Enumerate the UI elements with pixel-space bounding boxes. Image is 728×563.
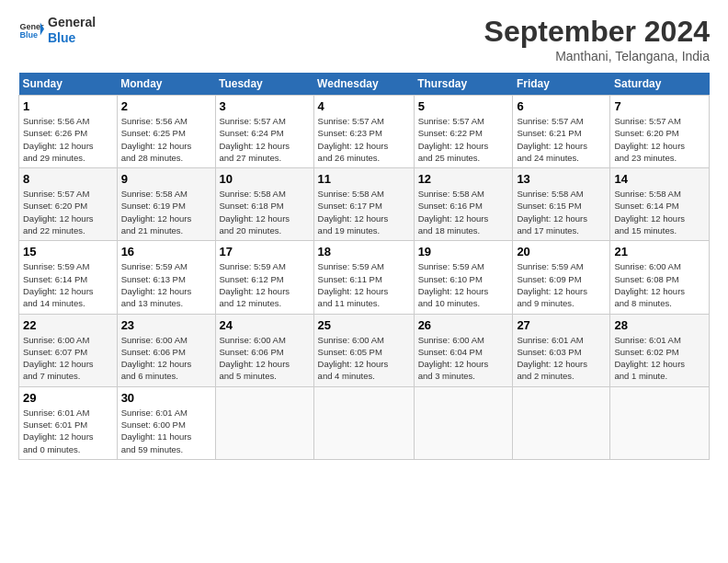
day-number: 8 (23, 172, 113, 186)
logo: General Blue General Blue (18, 15, 96, 46)
day-info: Sunrise: 6:00 AMSunset: 6:06 PMDaylight:… (220, 334, 310, 383)
calendar-day: 23Sunrise: 6:00 AMSunset: 6:06 PMDayligh… (117, 314, 215, 386)
day-info: Sunrise: 5:59 AMSunset: 6:12 PMDaylight:… (220, 260, 310, 309)
day-number: 21 (614, 245, 705, 259)
day-info: Sunrise: 6:01 AMSunset: 6:01 PMDaylight:… (23, 407, 113, 455)
calendar-day: 10Sunrise: 5:58 AMSunset: 6:18 PMDayligh… (215, 168, 313, 241)
day-info: Sunrise: 5:59 AMSunset: 6:09 PMDaylight:… (517, 260, 606, 309)
day-info: Sunrise: 5:58 AMSunset: 6:17 PMDaylight:… (318, 188, 410, 236)
day-info: Sunrise: 5:59 AMSunset: 6:11 PMDaylight:… (318, 260, 410, 309)
location-subtitle: Manthani, Telangana, India (484, 49, 710, 63)
calendar-day: 30Sunrise: 6:01 AMSunset: 6:00 PMDayligh… (117, 386, 215, 459)
day-info: Sunrise: 5:57 AMSunset: 6:23 PMDaylight:… (318, 115, 410, 164)
calendar-day: 13Sunrise: 5:58 AMSunset: 6:15 PMDayligh… (513, 168, 610, 241)
calendar-day: 25Sunrise: 6:00 AMSunset: 6:05 PMDayligh… (313, 314, 414, 386)
calendar-day: 8Sunrise: 5:57 AMSunset: 6:20 PMDaylight… (19, 168, 118, 241)
calendar-week-1: 1Sunrise: 5:56 AMSunset: 6:26 PMDaylight… (19, 96, 710, 168)
calendar-day: 24Sunrise: 6:00 AMSunset: 6:06 PMDayligh… (215, 314, 313, 386)
day-number: 5 (418, 99, 509, 113)
calendar-day: 15Sunrise: 5:59 AMSunset: 6:14 PMDayligh… (19, 241, 118, 314)
day-number: 7 (614, 99, 705, 113)
calendar-day: 11Sunrise: 5:58 AMSunset: 6:17 PMDayligh… (313, 168, 414, 241)
month-title: September 2024 (484, 15, 710, 49)
day-info: Sunrise: 5:56 AMSunset: 6:26 PMDaylight:… (23, 115, 113, 164)
day-number: 1 (23, 99, 113, 113)
day-number: 6 (517, 99, 606, 113)
day-info: Sunrise: 6:00 AMSunset: 6:06 PMDaylight:… (121, 334, 211, 383)
day-number: 23 (121, 318, 211, 332)
title-block: September 2024 Manthani, Telangana, Indi… (484, 15, 710, 63)
header-saturday: Saturday (610, 73, 710, 96)
calendar-day: 17Sunrise: 5:59 AMSunset: 6:12 PMDayligh… (215, 241, 313, 314)
calendar-day: 14Sunrise: 5:58 AMSunset: 6:14 PMDayligh… (610, 168, 710, 241)
logo-line2: Blue (48, 30, 96, 46)
calendar-week-4: 22Sunrise: 6:00 AMSunset: 6:07 PMDayligh… (19, 314, 710, 386)
day-number: 25 (318, 318, 410, 332)
calendar-day (215, 386, 313, 459)
calendar-week-3: 15Sunrise: 5:59 AMSunset: 6:14 PMDayligh… (19, 241, 710, 314)
calendar-week-2: 8Sunrise: 5:57 AMSunset: 6:20 PMDaylight… (19, 168, 710, 241)
day-number: 19 (418, 245, 509, 259)
calendar-day: 9Sunrise: 5:58 AMSunset: 6:19 PMDaylight… (117, 168, 215, 241)
calendar-day (313, 386, 414, 459)
calendar-day: 4Sunrise: 5:57 AMSunset: 6:23 PMDaylight… (313, 96, 414, 168)
calendar-day: 29Sunrise: 6:01 AMSunset: 6:01 PMDayligh… (19, 386, 118, 459)
day-number: 9 (121, 172, 211, 186)
day-info: Sunrise: 5:56 AMSunset: 6:25 PMDaylight:… (121, 115, 211, 164)
header-wednesday: Wednesday (313, 73, 414, 96)
day-number: 15 (23, 245, 113, 259)
calendar-day: 22Sunrise: 6:00 AMSunset: 6:07 PMDayligh… (19, 314, 118, 386)
day-info: Sunrise: 6:00 AMSunset: 6:04 PMDaylight:… (418, 334, 509, 383)
day-number: 10 (220, 172, 310, 186)
day-info: Sunrise: 5:58 AMSunset: 6:15 PMDaylight:… (517, 188, 606, 236)
day-info: Sunrise: 6:00 AMSunset: 6:07 PMDaylight:… (23, 334, 113, 383)
calendar-day: 5Sunrise: 5:57 AMSunset: 6:22 PMDaylight… (414, 96, 513, 168)
calendar-day: 21Sunrise: 6:00 AMSunset: 6:08 PMDayligh… (610, 241, 710, 314)
header-friday: Friday (513, 73, 610, 96)
calendar-day: 18Sunrise: 5:59 AMSunset: 6:11 PMDayligh… (313, 241, 414, 314)
header-monday: Monday (117, 73, 215, 96)
day-number: 12 (418, 172, 509, 186)
day-number: 28 (614, 318, 705, 332)
header-thursday: Thursday (414, 73, 513, 96)
calendar-day: 19Sunrise: 5:59 AMSunset: 6:10 PMDayligh… (414, 241, 513, 314)
day-number: 30 (121, 391, 211, 405)
day-number: 20 (517, 245, 606, 259)
day-number: 2 (121, 99, 211, 113)
calendar-day: 1Sunrise: 5:56 AMSunset: 6:26 PMDaylight… (19, 96, 118, 168)
day-info: Sunrise: 5:58 AMSunset: 6:16 PMDaylight:… (418, 188, 509, 236)
day-info: Sunrise: 5:57 AMSunset: 6:20 PMDaylight:… (614, 115, 705, 164)
day-number: 22 (23, 318, 113, 332)
day-number: 17 (220, 245, 310, 259)
day-number: 3 (220, 99, 310, 113)
day-info: Sunrise: 6:00 AMSunset: 6:05 PMDaylight:… (318, 334, 410, 383)
calendar-day: 27Sunrise: 6:01 AMSunset: 6:03 PMDayligh… (513, 314, 610, 386)
day-number: 29 (23, 391, 113, 405)
calendar-day: 20Sunrise: 5:59 AMSunset: 6:09 PMDayligh… (513, 241, 610, 314)
svg-text:Blue: Blue (19, 30, 38, 40)
day-number: 27 (517, 318, 606, 332)
calendar-day: 3Sunrise: 5:57 AMSunset: 6:24 PMDaylight… (215, 96, 313, 168)
page: General Blue General Blue September 2024… (0, 0, 728, 475)
day-info: Sunrise: 5:57 AMSunset: 6:24 PMDaylight:… (220, 115, 310, 164)
header-tuesday: Tuesday (215, 73, 313, 96)
day-info: Sunrise: 6:01 AMSunset: 6:00 PMDaylight:… (121, 407, 211, 455)
day-number: 18 (318, 245, 410, 259)
day-number: 13 (517, 172, 606, 186)
day-number: 16 (121, 245, 211, 259)
calendar-day: 26Sunrise: 6:00 AMSunset: 6:04 PMDayligh… (414, 314, 513, 386)
day-number: 14 (614, 172, 705, 186)
day-info: Sunrise: 5:59 AMSunset: 6:10 PMDaylight:… (418, 260, 509, 309)
logo-line1: General (48, 15, 96, 30)
calendar-day (610, 386, 710, 459)
day-info: Sunrise: 5:59 AMSunset: 6:14 PMDaylight:… (23, 260, 113, 309)
day-number: 24 (220, 318, 310, 332)
calendar-day: 7Sunrise: 5:57 AMSunset: 6:20 PMDaylight… (610, 96, 710, 168)
day-info: Sunrise: 5:58 AMSunset: 6:14 PMDaylight:… (614, 188, 705, 236)
header: General Blue General Blue September 2024… (18, 15, 710, 63)
calendar-header-row: SundayMondayTuesdayWednesdayThursdayFrid… (19, 73, 710, 96)
calendar-week-5: 29Sunrise: 6:01 AMSunset: 6:01 PMDayligh… (19, 386, 710, 459)
day-number: 4 (318, 99, 410, 113)
day-number: 11 (318, 172, 410, 186)
calendar-day: 12Sunrise: 5:58 AMSunset: 6:16 PMDayligh… (414, 168, 513, 241)
